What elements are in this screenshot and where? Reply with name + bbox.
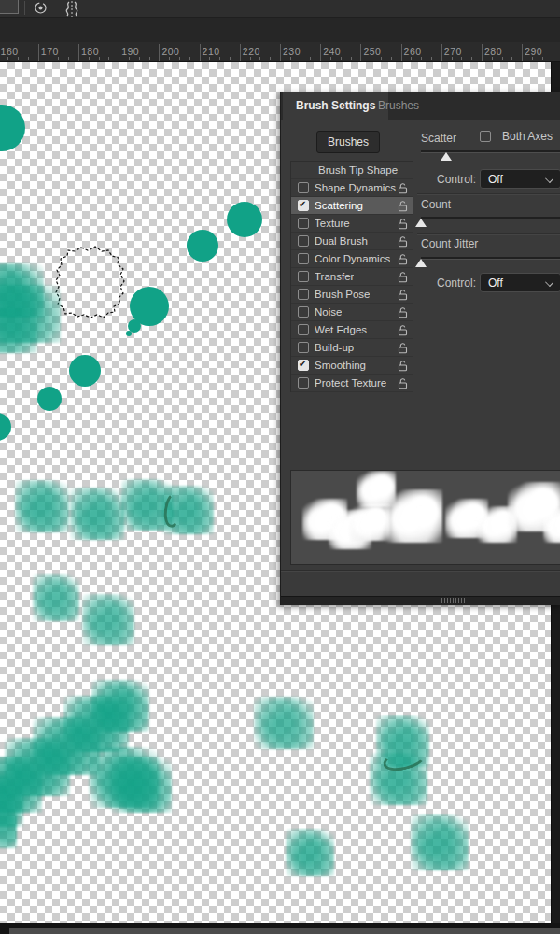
scrollbar-thumb[interactable] — [9, 928, 560, 934]
unlock-icon[interactable] — [398, 235, 408, 248]
brush-option-row[interactable]: Transfer — [291, 268, 413, 286]
count-label: Count — [421, 198, 451, 211]
brush-option-row[interactable]: Color Dynamics — [291, 250, 413, 268]
unlock-icon[interactable] — [398, 360, 408, 372]
brush-stroke-preview — [290, 470, 560, 565]
option-checkbox[interactable] — [298, 306, 309, 318]
brush-option-row[interactable]: Protect Texture — [291, 375, 413, 392]
ruler-minor-tick — [290, 57, 291, 60]
scatter-slider[interactable] — [421, 148, 560, 161]
section-divider — [417, 234, 560, 235]
slider-thumb[interactable] — [415, 219, 427, 227]
ruler-minor-tick — [461, 57, 462, 60]
count-slider[interactable] — [421, 214, 560, 227]
option-label: Scattering — [315, 200, 363, 211]
brush-option-row[interactable]: Build-up — [291, 339, 413, 357]
paint-dot — [126, 331, 132, 336]
ruler-tick — [200, 44, 201, 61]
count-jitter-control-dropdown[interactable]: Off — [480, 273, 560, 292]
ruler-minor-tick — [189, 57, 190, 60]
option-checkbox[interactable] — [298, 271, 309, 282]
unlock-icon[interactable] — [398, 271, 408, 283]
ruler-minor-tick — [301, 57, 301, 60]
option-checkbox[interactable] — [298, 253, 309, 264]
tool-preset-button[interactable] — [0, 0, 19, 14]
option-checkbox[interactable] — [298, 360, 309, 371]
paint-dot — [0, 105, 25, 151]
ruler-tick — [38, 44, 39, 61]
brush-option-row[interactable]: Noise — [291, 304, 413, 321]
unlock-icon[interactable] — [398, 324, 408, 336]
unlock-icon[interactable] — [398, 253, 408, 265]
ruler-tick — [360, 44, 361, 61]
option-checkbox[interactable] — [298, 182, 309, 193]
scatter-label: Scatter — [421, 132, 456, 145]
brush-option-row[interactable]: Brush Pose — [291, 286, 413, 304]
ruler-minor-tick — [452, 57, 453, 60]
ruler-tick — [240, 44, 241, 61]
option-checkbox[interactable] — [298, 324, 309, 335]
count-jitter-slider[interactable] — [421, 254, 560, 267]
option-checkbox[interactable] — [298, 218, 309, 229]
option-label: Brush Tip Shape — [298, 164, 398, 176]
ruler-unit-label: 290 — [525, 46, 542, 57]
unlock-icon[interactable] — [398, 342, 408, 354]
option-checkbox[interactable] — [298, 342, 309, 353]
slider-track[interactable] — [421, 257, 560, 260]
slider-thumb[interactable] — [441, 152, 452, 161]
preview-cloud-puff — [385, 489, 442, 543]
option-checkbox[interactable] — [298, 200, 309, 211]
ruler-minor-tick — [89, 57, 90, 60]
unlock-icon[interactable] — [398, 200, 408, 212]
ruler-minor-tick — [421, 57, 422, 60]
brush-option-row[interactable]: Dual Brush — [291, 233, 413, 250]
unlock-icon[interactable] — [398, 182, 408, 194]
scatter-control-dropdown[interactable]: Off — [480, 169, 560, 189]
option-label: Dual Brush — [315, 235, 368, 247]
ruler-minor-tick — [139, 57, 140, 60]
paint-cloud — [15, 480, 69, 532]
paint-symmetry-icon[interactable] — [62, 1, 82, 17]
ruler-unit-label: 240 — [323, 46, 341, 57]
slider-track[interactable] — [421, 217, 560, 219]
unlock-icon[interactable] — [398, 377, 408, 389]
brush-option-row[interactable]: Wet Edges — [291, 321, 413, 339]
lasso-selection[interactable] — [54, 244, 127, 320]
slider-thumb[interactable] — [415, 259, 427, 267]
option-label: Texture — [315, 218, 350, 229]
both-axes-checkbox[interactable] — [480, 131, 491, 142]
ruler-tick — [78, 44, 79, 61]
ruler-minor-tick — [411, 57, 412, 60]
brush-option-row[interactable]: Smoothing — [291, 357, 413, 375]
option-checkbox[interactable] — [298, 289, 309, 300]
both-axes-row: Both Axes — [480, 130, 553, 143]
option-label: Color Dynamics — [315, 253, 390, 264]
unlock-icon[interactable] — [398, 306, 408, 318]
option-label: Shape Dynamics — [315, 182, 396, 193]
brush-option-row[interactable]: Texture — [291, 215, 413, 233]
airbrush-icon[interactable] — [34, 1, 48, 15]
ruler-minor-tick — [542, 57, 543, 60]
ruler-minor-tick — [250, 57, 251, 60]
brush-option-row[interactable]: Brush Tip Shape — [291, 162, 413, 179]
ruler-minor-tick — [310, 57, 311, 60]
tab-brushes[interactable]: Brushes — [365, 92, 432, 120]
unlock-icon[interactable] — [398, 289, 408, 301]
unlock-icon[interactable] — [398, 218, 408, 230]
ruler-minor-tick — [68, 57, 69, 60]
panel-bottom-edge — [281, 596, 560, 605]
ruler-minor-tick — [230, 57, 231, 60]
option-checkbox[interactable] — [298, 377, 309, 389]
tab-label: Brushes — [378, 99, 419, 112]
brush-option-row[interactable]: Shape Dynamics — [291, 179, 413, 197]
option-checkbox[interactable] — [298, 235, 309, 247]
paint-cloud — [33, 574, 79, 621]
panel-resize-grip[interactable] — [441, 598, 466, 603]
ruler-minor-tick — [108, 57, 109, 60]
paint-dot — [37, 387, 62, 411]
brush-option-row[interactable]: Scattering — [291, 197, 413, 215]
brushes-button[interactable]: Brushes — [316, 131, 380, 153]
ruler-tick — [441, 44, 442, 61]
ruler-tick — [280, 44, 281, 61]
brush-settings-panel: Brush Settings Brushes Brushes Brush Tip… — [280, 92, 560, 605]
